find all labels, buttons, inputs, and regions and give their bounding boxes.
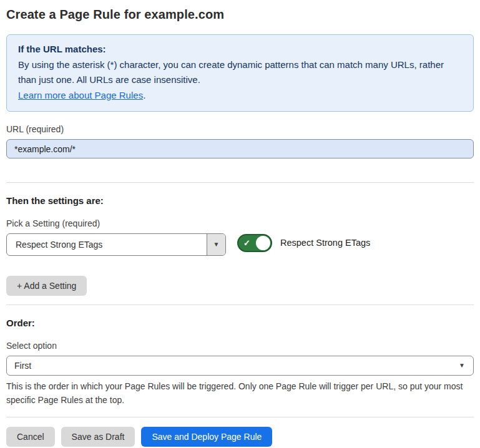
info-box-link-line: Learn more about Page Rules. <box>18 88 462 104</box>
page-title: Create a Page Rule for example.com <box>6 7 474 22</box>
setting-dropdown-arrow-button[interactable]: ▼ <box>207 234 225 255</box>
settings-section-heading: Then the settings are: <box>6 195 474 206</box>
order-select-label: Select option <box>6 341 474 351</box>
order-section-heading: Order: <box>6 318 474 328</box>
add-setting-button[interactable]: + Add a Setting <box>6 276 87 296</box>
order-help-text: This is the order in which your Page Rul… <box>6 379 474 407</box>
divider <box>6 304 474 305</box>
setting-dropdown[interactable]: Respect Strong ETags ▼ <box>6 233 226 256</box>
chevron-down-icon: ▼ <box>459 363 465 369</box>
toggle-knob <box>256 236 270 250</box>
info-box-body: By using the asterisk (*) character, you… <box>18 57 462 88</box>
setting-toggle-label: Respect Strong ETags <box>280 233 370 253</box>
info-box-heading: If the URL matches: <box>18 42 462 57</box>
divider <box>6 182 474 183</box>
create-page-rule-panel: Create a Page Rule for example.com If th… <box>0 0 480 448</box>
chevron-down-icon: ▼ <box>213 241 220 248</box>
cancel-button[interactable]: Cancel <box>6 427 55 447</box>
url-field-label: URL (required) <box>6 124 474 134</box>
url-matches-info-box: If the URL matches: By using the asteris… <box>6 34 474 112</box>
order-dropdown[interactable]: First ▼ <box>6 356 474 376</box>
setting-dropdown-value: Respect Strong ETags <box>7 234 207 255</box>
link-suffix: . <box>143 90 145 100</box>
setting-row: Respect Strong ETags ▼ ✓ Respect Strong … <box>6 233 474 256</box>
save-deploy-button[interactable]: Save and Deploy Page Rule <box>141 427 272 447</box>
save-draft-button[interactable]: Save as Draft <box>61 427 135 447</box>
order-dropdown-value: First <box>14 361 31 371</box>
footer-actions: Cancel Save as Draft Save and Deploy Pag… <box>6 417 474 448</box>
url-input[interactable] <box>6 139 474 158</box>
pick-setting-label: Pick a Setting (required) <box>6 218 474 228</box>
learn-more-link[interactable]: Learn more about Page Rules <box>18 90 143 100</box>
setting-toggle[interactable]: ✓ <box>237 234 272 252</box>
check-icon: ✓ <box>243 238 250 248</box>
